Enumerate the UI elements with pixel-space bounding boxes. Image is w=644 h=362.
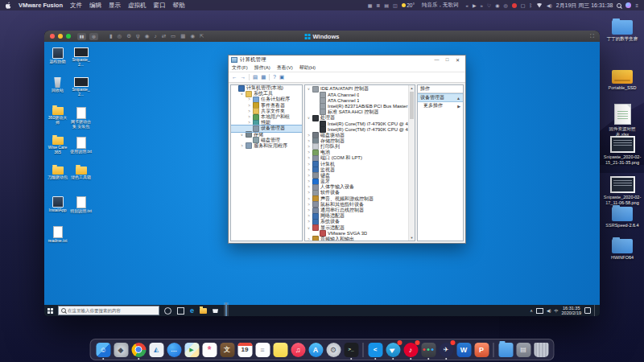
menu-文件[interactable]: 文件 — [70, 2, 82, 10]
expander-icon[interactable]: > — [307, 179, 311, 183]
expander-icon[interactable]: > — [247, 115, 251, 119]
chevron-up-icon[interactable]: ∧ — [530, 308, 533, 313]
dock-reminders[interactable]: ≡ — [255, 342, 270, 357]
display-icon[interactable]: ▭ — [171, 33, 175, 39]
properties-icon[interactable]: ▣ — [279, 75, 284, 80]
console-tree-item[interactable]: >服务和应用程序 — [231, 143, 302, 149]
screen-icon[interactable]: ▢ — [521, 3, 526, 8]
notification-center-icon[interactable] — [584, 307, 591, 314]
menu-app-name[interactable]: VMware Fusion — [19, 2, 63, 9]
actions-device-manager[interactable]: 设备管理器 ▲ — [418, 93, 463, 102]
menu-显示[interactable]: 显示 — [109, 2, 121, 10]
menu-虚拟机[interactable]: 虚拟机 — [128, 2, 147, 10]
network-icon[interactable] — [536, 308, 543, 314]
mac-desktop-icon-folder[interactable]: 丁丁的数学竞赛 — [602, 20, 642, 42]
scroll-up-icon[interactable]: ▲ — [409, 85, 415, 91]
active-app-button[interactable] — [224, 302, 229, 317]
expander-icon[interactable]: ∨ — [240, 133, 244, 137]
next-icon[interactable]: » — [481, 3, 483, 8]
expander-icon[interactable]: > — [247, 104, 251, 108]
expander-icon[interactable]: > — [307, 134, 311, 138]
dock-sysprefs[interactable]: ⚙ — [326, 342, 341, 357]
win-desktop-icon-folder[interactable]: 360驱动大师 — [47, 107, 68, 125]
meter-icon[interactable]: ▤ — [384, 3, 389, 8]
dock-photos[interactable]: * — [202, 342, 217, 357]
win-desktop-icon-doc[interactable]: readme.txt — [47, 226, 68, 244]
win-desktop-icon-recycle[interactable]: 回收站 — [47, 77, 68, 93]
expander-icon[interactable]: > — [307, 174, 311, 178]
dock-terminal[interactable]: >_ — [344, 342, 359, 357]
win-desktop-icon-image[interactable]: Snipaste_2... — [70, 77, 92, 97]
zoom-window-button[interactable] — [66, 34, 71, 39]
win-desktop-icon-app[interactable]: 远程协助 — [47, 47, 68, 64]
fullscreen-icon[interactable]: ⇱ — [200, 33, 204, 39]
mac-desktop-icon-folder[interactable]: HWiNFO64 — [602, 239, 642, 261]
expander-icon[interactable]: > — [307, 208, 311, 212]
menu-帮助[interactable]: 帮助 — [173, 2, 185, 10]
scroll-down-icon[interactable]: ▼ — [409, 235, 415, 241]
dock-stack[interactable]: ▤ — [516, 342, 531, 357]
expander-icon[interactable]: > — [307, 168, 311, 172]
dock-vmware-fusion[interactable] — [421, 342, 436, 357]
expander-icon[interactable]: > — [240, 144, 244, 148]
vmware-title-bar[interactable]: ▮▮ ◎ ▮◎⚙ψ◉♪⇄▭▦◉⇱ Windows ⛶ — [44, 31, 600, 42]
win-desktop-icon-folder[interactable]: 万能驱动包 — [47, 167, 68, 180]
win-desktop-icon-image[interactable]: Snipaste_2... — [70, 47, 92, 67]
spotlight-search-icon[interactable] — [617, 3, 621, 8]
expander-icon[interactable]: > — [247, 109, 251, 113]
network-icon[interactable]: ⇄ — [162, 33, 166, 39]
mac-desktop-icon-xlsx[interactable]: 固件资源对照表.xlsx — [602, 104, 642, 137]
expander-icon[interactable]: > — [247, 121, 251, 125]
expander-icon[interactable]: > — [307, 156, 311, 160]
actions-more[interactable]: 更多操作 ▶ — [418, 102, 463, 109]
taskbar-clock[interactable]: 16:31:35 2020/2/19 — [562, 306, 581, 316]
suspend-icon[interactable]: ▮ — [109, 33, 113, 39]
console-tree-item[interactable]: 设备管理器 — [231, 125, 302, 131]
collapse-icon[interactable]: ▲ — [456, 96, 460, 101]
dock-lark[interactable]: ✈ — [439, 342, 454, 357]
dock-stickies[interactable] — [273, 342, 288, 357]
dock-maps[interactable]: ▶ — [184, 342, 200, 357]
device-tree-item[interactable]: >音频输入和输出 — [305, 237, 415, 241]
cm-menu-文件(F)[interactable]: 文件(F) — [232, 64, 248, 72]
prev-icon[interactable]: « — [466, 3, 469, 8]
expander-icon[interactable]: > — [307, 214, 311, 218]
mac-desktop-icon-drive[interactable]: Portable_SSD — [602, 70, 642, 91]
snapshot-icon[interactable]: ◎ — [118, 33, 122, 39]
snip-icon[interactable]: ◫ — [393, 3, 398, 8]
cm-menu-查看(V)[interactable]: 查看(V) — [277, 64, 293, 72]
expander-icon[interactable]: > — [307, 237, 311, 241]
suspend-vm-button[interactable]: ▮▮ — [77, 33, 86, 40]
cm-menu-操作(A)[interactable]: 操作(A) — [254, 64, 270, 72]
close-window-button[interactable] — [50, 34, 55, 39]
scrollbar[interactable]: ▲ ▼ — [408, 85, 415, 241]
expander-icon[interactable]: > — [307, 162, 311, 167]
store-icon[interactable] — [213, 308, 218, 313]
wifi-icon[interactable] — [536, 3, 543, 8]
expander-icon[interactable]: > — [307, 220, 311, 224]
window-icon[interactable]: ▤ — [253, 75, 258, 80]
dock-powerpoint[interactable]: P — [474, 342, 489, 357]
dock-dictionary[interactable]: 文 — [220, 342, 235, 357]
dock-telegram[interactable]: ▶ — [386, 342, 401, 357]
expander-icon[interactable]: ∨ — [307, 87, 311, 91]
cm-close-button[interactable]: ✕ — [452, 57, 463, 63]
dock-music[interactable]: ♫ — [291, 342, 306, 357]
expander-icon[interactable]: ∨ — [307, 226, 311, 230]
dock-preview[interactable]: ◭ — [149, 342, 164, 357]
forward-icon[interactable]: → — [241, 75, 246, 80]
win-desktop-icon-doc[interactable]: 网卡驱动合集 安装包 — [70, 107, 92, 129]
menu-编辑[interactable]: 编辑 — [89, 2, 101, 10]
cd-icon[interactable]: ◉ — [145, 33, 150, 39]
dock-messages[interactable]: … — [167, 342, 182, 357]
win-desktop-icon-folder[interactable]: 绿色工具箱 — [70, 167, 92, 180]
dock-word[interactable]: W — [456, 342, 472, 357]
expander-icon[interactable]: > — [247, 97, 251, 101]
expander-icon[interactable]: > — [307, 139, 311, 143]
win-desktop-icon-doc[interactable]: 使用说明.txt — [70, 137, 92, 154]
expander-icon[interactable]: ∨ — [307, 116, 311, 120]
settings-icon[interactable]: ⚙ — [126, 33, 131, 39]
taskbar-search-box[interactable]: 在这里输入你要搜索的内容 — [58, 306, 159, 315]
dock-vscode[interactable]: < — [368, 342, 383, 357]
mac-desktop-icon-image[interactable]: Snipaste_2020-02-15_21-31-35.png — [602, 136, 642, 165]
